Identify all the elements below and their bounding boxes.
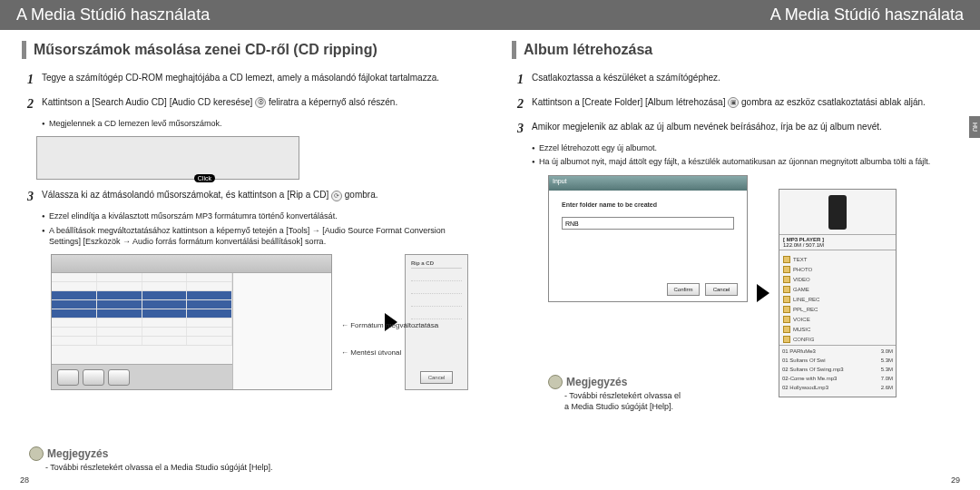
toolbar-btn[interactable] (83, 369, 104, 386)
screenshot-tracklist-bar: Click (36, 136, 299, 180)
section-title-left: Műsorszámok másolása zenei CD-ről (CD ri… (22, 41, 468, 59)
step-3: 3 Válassza ki az átmásolandó műsorszámok… (27, 189, 468, 206)
tree-folder[interactable]: LINE_REC (783, 294, 892, 304)
tree-folder[interactable]: TEXT (783, 254, 892, 264)
file-row[interactable]: 02 HollywoodLmp32.6M (782, 385, 893, 394)
r-step3-bullet-2: Ha új albumot nyit, majd áttölt egy fájl… (532, 157, 958, 168)
file-row[interactable]: 02-Come with Me.mp37.0M (782, 376, 893, 385)
header-title: A Media Stúdió használata (16, 5, 210, 24)
step3-bullet-1: Ezzel elindítja a kiválasztott műsorszám… (42, 211, 468, 222)
folder-name-input[interactable] (562, 217, 734, 230)
device-panel: [ MP3 PLAYER ] 122.0M / 507.1M TEXTPHOTO… (779, 189, 897, 397)
figure-rip: ← Formátum megváltoztatása ← Mentési útv… (36, 249, 468, 396)
toolbar-btn[interactable] (108, 369, 130, 386)
tree-folder[interactable]: VIDEO (783, 274, 892, 284)
page-right: A Media Stúdió használata Album létrehoz… (490, 0, 980, 490)
r-step-1: 1 Csatlakoztassa a készüléket a számítóg… (517, 72, 958, 89)
rip-cd-icon: ⟳ (331, 191, 342, 201)
note-box-left: Megjegyzés - További részletekért olvass… (29, 446, 468, 472)
toolbar-btn[interactable] (57, 369, 79, 386)
caption-path: ← Mentési útvonal (341, 348, 401, 357)
r-step-2: 2 Kattintson a [Create Folder] [Album lé… (517, 96, 958, 113)
confirm-button[interactable]: Confirm (667, 283, 700, 296)
header-title: A Media Stúdió használata (770, 5, 964, 24)
header-bar-left: A Media Stúdió használata (0, 0, 490, 30)
page-number-left: 28 (20, 475, 29, 485)
step2-bullet: Megjelennek a CD lemezen levő műsorszámo… (42, 119, 468, 130)
tree-folder[interactable]: GAME (783, 284, 892, 294)
note-line: - További részletekért olvassa el a Medi… (45, 463, 468, 472)
tree-folder[interactable]: PHOTO (783, 264, 892, 274)
r-step3-bullet-1: Ezzel létrehozott egy új albumot. (532, 143, 958, 154)
file-row[interactable]: 01 Sultans Of Swi5.3M (782, 358, 893, 367)
tree-folder[interactable]: VOICE (783, 314, 892, 324)
note-line: a Media Studio súgóját [Help]. (564, 402, 748, 411)
caption-format: ← Formátum megváltoztatása (341, 321, 438, 329)
click-badge: Click (194, 174, 215, 182)
arrow-icon (757, 284, 769, 302)
note-line: - További részletekért olvassa el (564, 391, 748, 400)
page-number-right: 29 (951, 475, 960, 485)
cancel-button[interactable]: Cancel (705, 283, 738, 296)
tree-folder[interactable]: CONFIG (783, 334, 892, 344)
r-step-3: 3 Amikor megjelenik az ablak az új album… (517, 121, 958, 138)
header-bar-right: A Media Stúdió használata (490, 0, 980, 30)
screenshot-media-studio (51, 254, 332, 390)
dialog-prompt: Enter folder name to be created (562, 201, 734, 208)
tree-folder[interactable]: PPL_REC (783, 304, 892, 314)
dialog-title: Input (549, 176, 747, 191)
note-title: Megjegyzés (29, 446, 468, 461)
right-figures: Input Enter folder name to be created Co… (548, 175, 958, 411)
file-row[interactable]: 01 PARfuMe33.0M (782, 348, 893, 358)
note-box-right: Megjegyzés - További részletekért olvass… (548, 375, 748, 411)
device-capacity: 122.0M / 507.1M (783, 242, 892, 248)
page-left: A Media Stúdió használata Műsorszámok má… (0, 0, 490, 490)
create-folder-icon: ▣ (728, 97, 739, 108)
language-tab: HU (969, 116, 980, 138)
step3-bullet-2: A beállítások megváltoztatásához kattint… (42, 226, 468, 247)
create-folder-dialog: Input Enter folder name to be created Co… (548, 175, 748, 302)
file-row[interactable]: 02 Sultans Of Swing.mp35.3M (782, 367, 893, 376)
device-icon (828, 195, 847, 230)
panel-cancel[interactable]: Cancel (420, 371, 453, 384)
step-2: 2 Kattintson a [Search Audio CD] [Audio … (27, 96, 468, 113)
section-title-right: Album létrehozása (512, 41, 958, 59)
note-title: Megjegyzés (548, 375, 748, 389)
step-1: 1 Tegye a számítógép CD-ROM meghajtójába… (27, 72, 468, 89)
tree-folder[interactable]: MUSIC (783, 324, 892, 334)
search-cd-icon: ⦿ (255, 97, 266, 108)
